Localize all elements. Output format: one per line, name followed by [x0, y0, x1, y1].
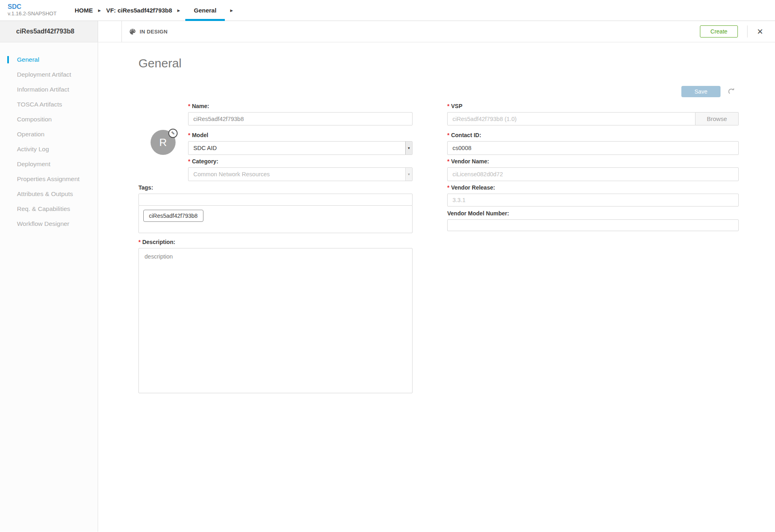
- vendor-model-number-label: Vendor Model Number:: [447, 210, 739, 217]
- breadcrumb: HOME ▶ VF: ciRes5adf42f793b8 ▶ General ▶: [75, 0, 238, 21]
- sidebar-item-deployment-artifact[interactable]: Deployment Artifact: [0, 67, 98, 82]
- vendor-release-field: *Vendor Release:: [447, 184, 739, 207]
- avatar: R ✎: [151, 130, 176, 155]
- vendor-release-input: [447, 194, 739, 207]
- name-field: *Name:: [188, 103, 413, 125]
- vendor-name-input: [447, 167, 739, 181]
- tags-label: Tags:: [138, 184, 413, 191]
- required-asterisk: *: [447, 132, 449, 138]
- tags-input[interactable]: [138, 194, 413, 206]
- sidebar-item-properties-assignment[interactable]: Properties Assignment: [0, 171, 98, 186]
- tab-general[interactable]: General: [185, 0, 225, 21]
- breadcrumb-vf[interactable]: VF: ciRes5adf42f793b8: [106, 0, 172, 21]
- required-asterisk: *: [447, 184, 449, 191]
- vendor-model-number-field: Vendor Model Number:: [447, 210, 739, 231]
- palette-icon: [129, 28, 136, 35]
- sidebar-item-req-capabilities[interactable]: Req. & Capabilities: [0, 201, 98, 216]
- sidebar-item-workflow-designer[interactable]: Workflow Designer: [0, 216, 98, 231]
- logo-version: v.1.16.2-SNAPSHOT: [8, 10, 67, 17]
- sub-header: ciRes5adf42f793b8 IN DESIGN Create ✕: [0, 21, 775, 42]
- model-select[interactable]: SDC AID ▼: [188, 141, 413, 155]
- vendor-name-field: *Vendor Name:: [447, 158, 739, 181]
- category-label: *Category:: [188, 158, 413, 165]
- name-label: *Name:: [188, 103, 413, 109]
- app-window: SDC v.1.16.2-SNAPSHOT HOME ▶ VF: ciRes5a…: [0, 0, 775, 532]
- vsp-label: *VSP: [447, 103, 739, 109]
- browse-button[interactable]: Browse: [695, 112, 739, 125]
- sidebar-item-tosca-artifacts[interactable]: TOSCA Artifacts: [0, 97, 98, 112]
- tags-container: ciRes5adf42f793b8: [138, 205, 413, 233]
- chevron-right-icon: ▶: [98, 8, 101, 13]
- top-bar: SDC v.1.16.2-SNAPSHOT HOME ▶ VF: ciRes5a…: [0, 0, 775, 21]
- sidebar-item-deployment[interactable]: Deployment: [0, 156, 98, 171]
- chevron-down-icon: ▼: [405, 168, 412, 181]
- required-asterisk: *: [447, 103, 449, 109]
- revert-icon[interactable]: [727, 88, 735, 96]
- vendor-release-label: *Vendor Release:: [447, 184, 739, 191]
- logo-title: SDC: [8, 3, 67, 10]
- required-asterisk: *: [188, 158, 190, 165]
- chevron-right-icon: ▶: [177, 8, 180, 13]
- sidebar: General Deployment Artifact Information …: [0, 42, 98, 532]
- chevron-down-icon: ▼: [405, 142, 412, 154]
- required-asterisk: *: [447, 158, 449, 165]
- sidebar-item-attributes-outputs[interactable]: Attributes & Outputs: [0, 186, 98, 201]
- model-field: *Model SDC AID ▼: [188, 132, 413, 155]
- sidebar-item-composition[interactable]: Composition: [0, 112, 98, 127]
- vsp-field: *VSP Browse: [447, 103, 739, 125]
- contact-id-field: *Contact ID:: [447, 132, 739, 155]
- required-asterisk: *: [138, 239, 140, 245]
- sidebar-item-general[interactable]: General: [0, 52, 98, 67]
- edit-avatar-button[interactable]: ✎: [168, 129, 178, 138]
- tag-chip[interactable]: ciRes5adf42f793b8: [143, 210, 203, 222]
- save-button[interactable]: Save: [681, 86, 721, 97]
- description-label: *Description:: [138, 239, 413, 245]
- sidebar-item-information-artifact[interactable]: Information Artifact: [0, 82, 98, 97]
- chevron-right-icon: ▶: [230, 8, 233, 13]
- required-asterisk: *: [188, 132, 190, 138]
- model-select-value: SDC AID: [189, 142, 405, 154]
- tags-field: Tags: ciRes5adf42f793b8: [138, 184, 413, 233]
- avatar-initial: R: [159, 136, 167, 149]
- save-area: Save: [681, 86, 735, 97]
- model-label: *Model: [188, 132, 413, 138]
- category-select-value: Common Network Resources: [189, 168, 405, 181]
- entity-name: ciRes5adf42f793b8: [0, 21, 98, 42]
- breadcrumb-home[interactable]: HOME: [75, 0, 93, 21]
- description-field: *Description: description: [138, 239, 413, 395]
- contact-id-input[interactable]: [447, 141, 739, 155]
- description-textarea[interactable]: description: [138, 248, 413, 393]
- vsp-input: [447, 112, 695, 125]
- name-input[interactable]: [188, 112, 413, 125]
- sidebar-item-activity-log[interactable]: Activity Log: [0, 142, 98, 156]
- category-field: *Category: Common Network Resources ▼: [188, 158, 413, 181]
- contact-id-label: *Contact ID:: [447, 132, 739, 138]
- category-select: Common Network Resources ▼: [188, 167, 413, 181]
- vendor-model-number-input[interactable]: [447, 219, 739, 231]
- sdc-logo[interactable]: SDC v.1.16.2-SNAPSHOT: [0, 0, 67, 21]
- pencil-icon: ✎: [171, 131, 175, 136]
- vendor-name-label: *Vendor Name:: [447, 158, 739, 165]
- close-icon[interactable]: ✕: [757, 28, 763, 35]
- required-asterisk: *: [188, 103, 190, 109]
- status-label: IN DESIGN: [140, 29, 168, 35]
- sidebar-item-operation[interactable]: Operation: [0, 127, 98, 142]
- page-title: General: [138, 56, 182, 70]
- divider: [747, 25, 748, 38]
- main-content: General Save R ✎ *Name:: [98, 42, 775, 532]
- create-button[interactable]: Create: [700, 25, 738, 38]
- lifecycle-status: IN DESIGN: [121, 21, 168, 42]
